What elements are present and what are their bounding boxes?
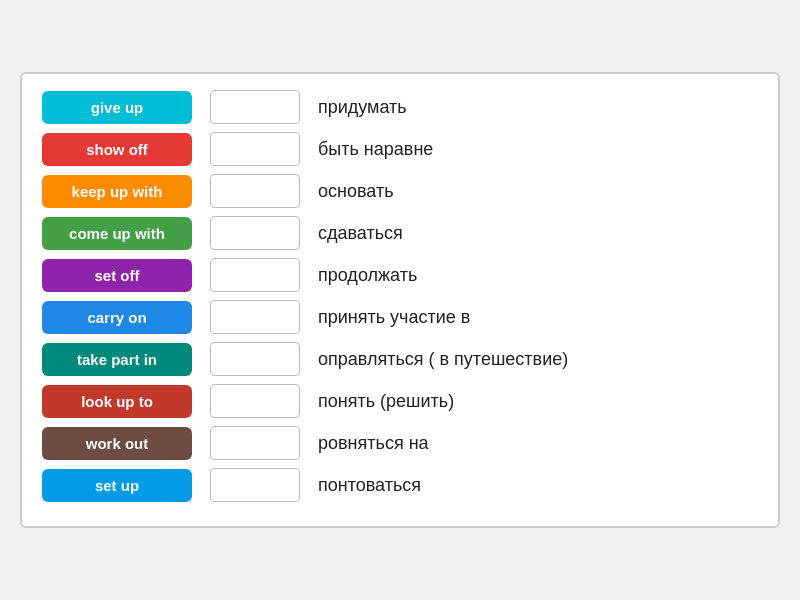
meaning-text: ровняться на — [318, 433, 429, 454]
answer-input-work-out[interactable] — [210, 426, 300, 460]
phrase-button-set-up[interactable]: set up — [42, 469, 192, 502]
meaning-text: продолжать — [318, 265, 417, 286]
table-row: take part inоправляться ( в путешествие) — [42, 342, 758, 376]
table-row: work outровняться на — [42, 426, 758, 460]
meaning-text: оправляться ( в путешествие) — [318, 349, 568, 370]
answer-input-carry-on[interactable] — [210, 300, 300, 334]
table-row: look up toпонять (решить) — [42, 384, 758, 418]
meaning-text: основать — [318, 181, 394, 202]
table-row: carry onпринять участие в — [42, 300, 758, 334]
meaning-text: понтоваться — [318, 475, 421, 496]
meaning-text: принять участие в — [318, 307, 470, 328]
answer-input-set-up[interactable] — [210, 468, 300, 502]
phrase-button-work-out[interactable]: work out — [42, 427, 192, 460]
phrase-button-take-part-in[interactable]: take part in — [42, 343, 192, 376]
answer-input-keep-up-with[interactable] — [210, 174, 300, 208]
phrase-button-look-up-to[interactable]: look up to — [42, 385, 192, 418]
table-row: come up withсдаваться — [42, 216, 758, 250]
meaning-text: сдаваться — [318, 223, 403, 244]
meaning-text: понять (решить) — [318, 391, 454, 412]
table-row: show offбыть наравне — [42, 132, 758, 166]
answer-input-set-off[interactable] — [210, 258, 300, 292]
table-row: give upпридумать — [42, 90, 758, 124]
answer-input-look-up-to[interactable] — [210, 384, 300, 418]
answer-input-come-up-with[interactable] — [210, 216, 300, 250]
phrase-button-come-up-with[interactable]: come up with — [42, 217, 192, 250]
table-row: set upпонтоваться — [42, 468, 758, 502]
table-row: set offпродолжать — [42, 258, 758, 292]
main-container: give upпридуматьshow offбыть наравнеkeep… — [20, 72, 780, 528]
phrase-button-carry-on[interactable]: carry on — [42, 301, 192, 334]
phrase-button-show-off[interactable]: show off — [42, 133, 192, 166]
answer-input-take-part-in[interactable] — [210, 342, 300, 376]
meaning-text: быть наравне — [318, 139, 433, 160]
table-row: keep up withосновать — [42, 174, 758, 208]
answer-input-show-off[interactable] — [210, 132, 300, 166]
phrase-button-set-off[interactable]: set off — [42, 259, 192, 292]
meaning-text: придумать — [318, 97, 407, 118]
phrase-button-keep-up-with[interactable]: keep up with — [42, 175, 192, 208]
phrase-button-give-up[interactable]: give up — [42, 91, 192, 124]
answer-input-give-up[interactable] — [210, 90, 300, 124]
